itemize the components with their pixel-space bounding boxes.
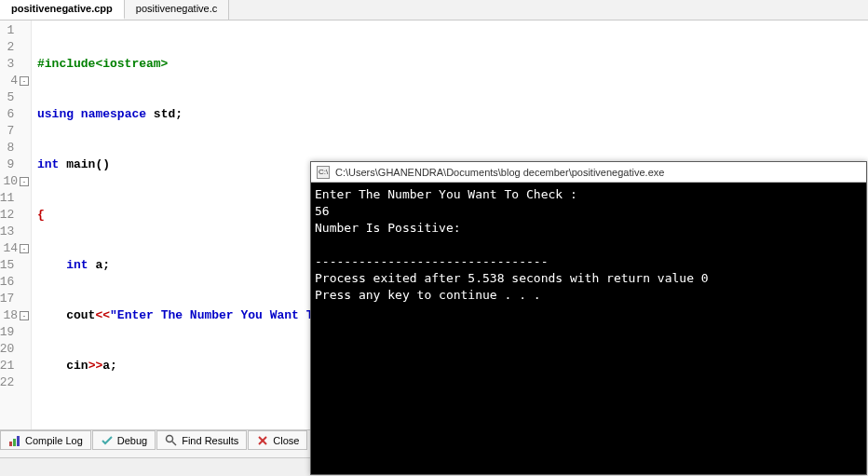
fold-toggle-icon[interactable]: - [20, 311, 29, 320]
identifier: main [59, 157, 95, 171]
line-number: 22 [0, 374, 14, 391]
line-number: 6 [7, 106, 15, 123]
console-window[interactable]: C:\ C:\Users\GHANENDRA\Documents\blog de… [310, 161, 867, 475]
identifier: std [146, 107, 175, 121]
console-line: Process exited after 5.538 seconds with … [315, 271, 709, 285]
bar-chart-icon [8, 434, 21, 447]
line-number: 19 [0, 324, 14, 341]
tab-label: Find Results [182, 435, 238, 446]
identifier: cin [66, 359, 88, 373]
line-number: 2 [7, 39, 15, 56]
line-number-gutter: 1 2 3 4- 5 6 7 8 9 10- 11 12 13 14- 15 1… [0, 20, 32, 430]
check-icon [101, 434, 114, 447]
line-number: 1 [7, 22, 15, 39]
semicolon: ; [102, 258, 110, 272]
line-number: 4 [10, 73, 18, 89]
tab-positivenegative-c[interactable]: positivenegative.c [125, 0, 229, 20]
identifier: a [88, 258, 103, 272]
console-line: 56 [315, 204, 330, 218]
fold-toggle-icon[interactable]: - [20, 177, 29, 186]
line-number: 15 [0, 257, 14, 274]
console-title: C:\Users\GHANENDRA\Documents\blog decemb… [335, 167, 664, 178]
keyword: using [37, 107, 74, 121]
operator: >> [88, 359, 103, 373]
svg-rect-1 [13, 439, 16, 446]
close-icon [256, 434, 269, 447]
line-number: 10 [3, 173, 18, 190]
line-number: 5 [7, 89, 15, 106]
search-icon [165, 434, 178, 447]
semicolon: ; [110, 359, 117, 373]
line-number: 18 [3, 307, 18, 324]
line-number: 12 [0, 207, 14, 224]
console-line: Number Is Possitive: [315, 221, 461, 235]
preprocessor: #include<iostream> [37, 57, 168, 71]
identifier: a [102, 359, 110, 373]
svg-line-4 [172, 442, 176, 445]
keyword: int [66, 258, 88, 272]
tab-positivenegative-cpp[interactable]: positivenegative.cpp [0, 0, 125, 20]
console-line: Press any key to continue . . . [315, 288, 541, 302]
brace: { [37, 208, 45, 222]
line-number: 7 [7, 123, 15, 140]
line-number: 3 [7, 56, 15, 73]
line-number: 8 [7, 140, 15, 156]
console-output: Enter The Number You Want To Check : 56 … [311, 183, 866, 307]
svg-rect-0 [9, 442, 12, 446]
debug-tab[interactable]: Debug [92, 430, 156, 450]
compile-log-tab[interactable]: Compile Log [0, 430, 91, 450]
console-app-icon: C:\ [317, 166, 330, 179]
svg-rect-2 [17, 436, 20, 446]
identifier: cout [66, 308, 95, 322]
tab-label: Close [273, 435, 299, 446]
line-number: 21 [0, 358, 14, 374]
file-tabs: positivenegative.cpp positivenegative.c [0, 0, 868, 20]
status-bar [0, 457, 312, 476]
operator: << [95, 308, 110, 322]
line-number: 20 [0, 341, 14, 358]
keyword: int [37, 157, 59, 171]
semicolon: ; [175, 107, 183, 121]
bottom-panel-tabs: Compile Log Debug Find Results Close [0, 429, 312, 450]
line-number: 11 [0, 190, 14, 207]
fold-toggle-icon[interactable]: - [20, 76, 29, 86]
paren: ) [102, 157, 110, 171]
line-number: 13 [0, 224, 14, 240]
line-number: 16 [0, 274, 14, 291]
line-number: 17 [0, 291, 14, 307]
svg-point-3 [167, 435, 173, 442]
line-number: 14 [3, 240, 18, 257]
line-number: 9 [7, 156, 15, 173]
close-tab[interactable]: Close [248, 430, 307, 450]
console-line: Enter The Number You Want To Check : [315, 187, 577, 201]
tab-label: Debug [117, 435, 147, 446]
keyword: namespace [81, 107, 146, 121]
tab-label: Compile Log [25, 435, 83, 446]
console-separator: -------------------------------- [315, 254, 548, 268]
find-results-tab[interactable]: Find Results [156, 430, 247, 450]
console-titlebar[interactable]: C:\ C:\Users\GHANENDRA\Documents\blog de… [311, 162, 866, 183]
fold-toggle-icon[interactable]: - [20, 244, 29, 253]
